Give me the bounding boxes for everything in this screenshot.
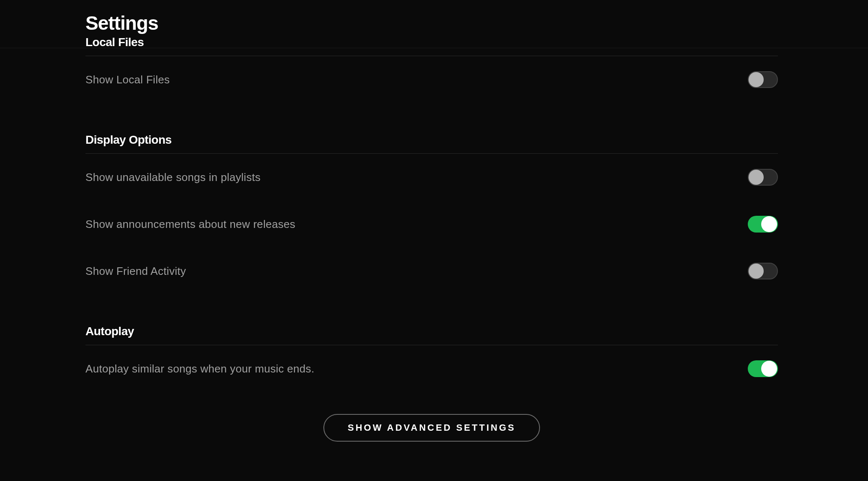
settings-content: Local Files Show Local Files Display Opt… — [0, 36, 868, 442]
autoplay-similar-toggle[interactable] — [748, 360, 778, 377]
display-options-section-title: Display Options — [85, 133, 778, 154]
toggle-knob — [749, 264, 764, 279]
local-files-section: Local Files Show Local Files — [85, 36, 778, 103]
advanced-button-container: SHOW ADVANCED SETTINGS — [85, 414, 778, 442]
show-friend-activity-label: Show Friend Activity — [85, 265, 186, 278]
toggle-knob — [761, 216, 777, 232]
show-friend-activity-row: Show Friend Activity — [85, 248, 778, 295]
show-advanced-settings-button[interactable]: SHOW ADVANCED SETTINGS — [323, 414, 540, 442]
page-title: Settings — [85, 12, 868, 34]
toggle-knob — [761, 361, 777, 377]
toggle-knob — [749, 72, 764, 87]
show-unavailable-toggle[interactable] — [748, 169, 778, 186]
show-announcements-label: Show announcements about new releases — [85, 218, 295, 231]
show-unavailable-row: Show unavailable songs in playlists — [85, 154, 778, 201]
autoplay-similar-row: Autoplay similar songs when your music e… — [85, 345, 778, 392]
show-local-files-toggle[interactable] — [748, 71, 778, 88]
show-announcements-row: Show announcements about new releases — [85, 201, 778, 248]
show-friend-activity-toggle[interactable] — [748, 263, 778, 279]
show-local-files-label: Show Local Files — [85, 73, 170, 86]
display-options-section: Display Options Show unavailable songs i… — [85, 133, 778, 295]
autoplay-section-title: Autoplay — [85, 325, 778, 345]
autoplay-section: Autoplay Autoplay similar songs when you… — [85, 325, 778, 392]
show-announcements-toggle[interactable] — [748, 216, 778, 233]
toggle-knob — [749, 170, 764, 185]
show-unavailable-label: Show unavailable songs in playlists — [85, 171, 261, 184]
show-local-files-row: Show Local Files — [85, 56, 778, 103]
local-files-section-title: Local Files — [85, 36, 778, 56]
autoplay-similar-label: Autoplay similar songs when your music e… — [85, 362, 314, 375]
